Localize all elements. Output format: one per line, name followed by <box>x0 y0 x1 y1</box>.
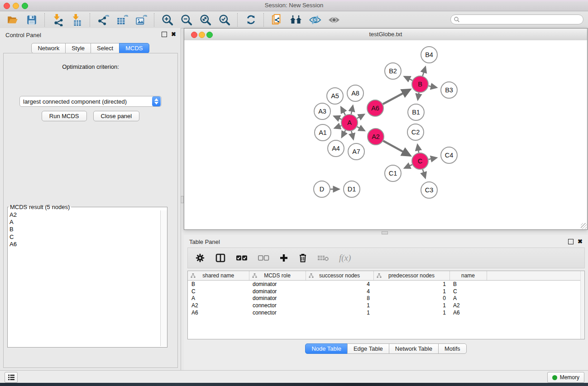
tab-motifs[interactable]: Motifs <box>438 343 467 354</box>
add-column-icon[interactable] <box>279 253 288 262</box>
cell[interactable]: A <box>188 295 249 302</box>
column-header-predecessor-nodes[interactable]: predecessor nodes <box>373 271 449 281</box>
close-panel-icon[interactable]: ✖ <box>171 32 176 37</box>
tab-style[interactable]: Style <box>65 43 91 53</box>
zoom-selected-icon[interactable] <box>216 13 233 27</box>
column-header-successor-nodes[interactable]: successor nodes <box>306 271 373 281</box>
task-history-button[interactable] <box>5 372 18 383</box>
import-table-icon[interactable] <box>69 13 85 27</box>
cell[interactable]: 4 <box>306 281 373 288</box>
table-row[interactable]: Cdominator41C <box>188 288 584 295</box>
network-canvas[interactable]: B4B2BB3A8A5A6A3B1AC2A1A2A4A7C4CC1DD1C3 <box>184 40 587 229</box>
mcds-result-item[interactable]: B <box>10 226 161 233</box>
cell[interactable]: 1 <box>306 302 373 309</box>
edge-A2-C[interactable] <box>383 141 411 156</box>
vertical-splitter-handle[interactable] <box>181 196 184 203</box>
float-table-panel-icon[interactable] <box>568 239 574 244</box>
cell[interactable]: 4 <box>306 288 373 295</box>
show-all-icon[interactable] <box>326 13 342 27</box>
delete-columns-icon[interactable] <box>298 253 307 263</box>
table-row[interactable]: A2connector11A2 <box>188 302 584 309</box>
edge-C-C3[interactable] <box>423 169 425 178</box>
mcds-result-item[interactable]: A2 <box>10 211 161 219</box>
tab-edge-table[interactable]: Edge Table <box>347 343 389 354</box>
column-header-shared-name[interactable]: shared name <box>188 271 249 281</box>
table-scrollbar[interactable] <box>580 271 584 339</box>
horizontal-splitter-handle[interactable] <box>382 231 388 234</box>
search-input[interactable] <box>460 15 583 24</box>
mcds-list-scrollbar[interactable] <box>160 210 167 346</box>
cell[interactable]: connector <box>249 302 306 309</box>
cell[interactable]: connector <box>249 309 306 316</box>
float-panel-icon[interactable] <box>162 32 167 37</box>
zoom-out-icon[interactable] <box>178 13 195 27</box>
cell[interactable]: B <box>188 281 249 288</box>
edge-A-A5[interactable] <box>341 107 345 115</box>
save-session-icon[interactable] <box>24 13 40 27</box>
cell[interactable]: dominator <box>249 295 306 302</box>
tab-select[interactable]: Select <box>91 43 120 53</box>
cell[interactable]: B <box>449 281 487 288</box>
close-panel-button[interactable]: Close panel <box>93 111 140 121</box>
edge-A-A3[interactable] <box>334 116 342 119</box>
cell[interactable]: A2 <box>188 302 249 309</box>
edge-C-C4[interactable] <box>429 158 437 160</box>
cell[interactable]: 0 <box>373 295 449 302</box>
export-table-icon[interactable] <box>114 13 130 27</box>
network-window-titlebar[interactable]: testGlobe.txt <box>184 29 587 41</box>
open-session-icon[interactable] <box>5 13 21 27</box>
edge-B-B3[interactable] <box>429 86 437 88</box>
hide-selection-icon[interactable] <box>307 13 323 27</box>
column-header-MCDS-role[interactable]: MCDS role <box>249 271 306 281</box>
new-network-from-selection-icon[interactable] <box>269 13 285 27</box>
edge-A-A1[interactable] <box>335 126 341 129</box>
close-table-panel-icon[interactable]: ✖ <box>578 239 583 244</box>
edge-C-C2[interactable] <box>417 145 419 153</box>
cell[interactable]: 1 <box>373 309 449 316</box>
function-builder-icon[interactable]: f(x) <box>339 253 351 263</box>
cell[interactable]: 8 <box>306 295 373 302</box>
cell[interactable]: A <box>449 295 487 302</box>
edge-A-A7[interactable] <box>351 131 353 139</box>
table-header-row[interactable]: shared nameMCDS rolesuccessor nodesprede… <box>188 271 584 281</box>
tab-node-table[interactable]: Node Table <box>305 343 348 354</box>
table-row[interactable]: A6connector11A6 <box>188 309 584 316</box>
cell[interactable]: A6 <box>449 309 487 316</box>
cell[interactable]: dominator <box>249 288 306 295</box>
zoom-fit-icon[interactable] <box>197 13 214 27</box>
edge-A-A2[interactable] <box>357 127 365 131</box>
edge-A-A8[interactable] <box>351 106 353 114</box>
optimization-criterion-dropdown[interactable]: largest connected component (directed) <box>19 96 162 107</box>
edge-B-B1[interactable] <box>418 93 419 100</box>
cell[interactable]: dominator <box>249 281 306 288</box>
cell[interactable]: C <box>449 288 487 295</box>
export-image-icon[interactable] <box>133 13 149 27</box>
memory-button[interactable]: Memory <box>547 372 584 383</box>
mcds-result-item[interactable]: C <box>10 234 161 241</box>
refresh-layout-icon[interactable] <box>243 13 259 27</box>
network-graph[interactable]: B4B2BB3A8A5A6A3B1AC2A1A2A4A7C4CC1DD1C3 <box>184 40 587 229</box>
edge-B-B4[interactable] <box>423 67 425 76</box>
cell[interactable]: A2 <box>449 302 487 309</box>
cell[interactable]: C <box>188 288 249 295</box>
search-field[interactable] <box>450 14 583 24</box>
run-mcds-button[interactable]: Run MCDS <box>42 111 87 121</box>
edge-A-A6[interactable] <box>357 114 364 119</box>
table-row[interactable]: Adominator80A <box>188 295 584 302</box>
edge-A-A4[interactable] <box>342 130 345 137</box>
first-neighbors-icon[interactable] <box>288 13 304 27</box>
cell[interactable]: A6 <box>188 309 249 316</box>
show-columns-icon[interactable] <box>215 253 226 263</box>
cell[interactable]: 1 <box>373 302 449 309</box>
window-resize-grip[interactable] <box>581 223 587 229</box>
import-network-icon[interactable] <box>50 13 66 27</box>
delete-table-icon[interactable] <box>317 254 329 262</box>
mcds-result-item[interactable]: A <box>10 219 161 226</box>
zoom-in-icon[interactable] <box>159 13 176 27</box>
edge-C-C1[interactable] <box>405 165 412 168</box>
mcds-result-item[interactable]: A6 <box>10 241 161 248</box>
export-network-icon[interactable] <box>95 13 111 27</box>
unselect-all-columns-icon[interactable] <box>258 255 269 261</box>
edge-A6-B[interactable] <box>383 90 410 104</box>
tab-network[interactable]: Network <box>31 43 66 53</box>
